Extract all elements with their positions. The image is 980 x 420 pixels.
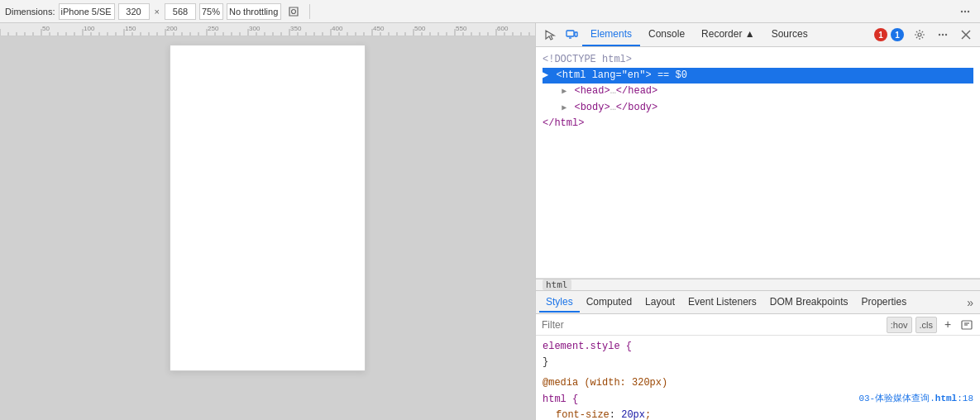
ruler-top — [0, 23, 535, 36]
capture-icon — [288, 6, 299, 17]
tab-styles[interactable]: Styles — [539, 293, 580, 313]
throttling-selector-wrapper[interactable]: No throttling — [227, 3, 281, 20]
more-icon — [959, 6, 971, 17]
cls-filter-button[interactable]: .cls — [915, 317, 938, 333]
more-options-button[interactable] — [955, 2, 975, 21]
tab-event-listeners[interactable]: Event Listeners — [681, 293, 763, 313]
html-eq: = — [615, 69, 621, 81]
html-attr-val: "en" — [622, 69, 646, 81]
body-open: <body> — [574, 102, 610, 113]
errors-badge: 1 — [874, 28, 887, 41]
breadcrumb-html[interactable]: html — [543, 279, 571, 290]
throttling-selector[interactable]: No throttling — [227, 3, 281, 20]
tab-computed[interactable]: Computed — [580, 293, 638, 313]
html-line[interactable]: ▶ <html lang="en"> == $0 — [543, 68, 973, 84]
at-rule-text: @media (width: 320px) — [543, 377, 667, 389]
head-open: <head> — [574, 85, 610, 97]
element-style-close: } — [543, 355, 973, 370]
styles-tabs-more-button[interactable]: » — [963, 296, 977, 309]
add-style-button[interactable]: + — [940, 317, 955, 332]
body-line[interactable]: ▶ <body>…</body> — [543, 100, 973, 116]
device-panel — [0, 23, 536, 420]
head-arrow[interactable]: ▶ — [562, 87, 566, 96]
tab-console[interactable]: Console — [640, 23, 693, 46]
svg-point-8 — [939, 34, 940, 36]
font-size-val[interactable]: 20px — [621, 409, 645, 420]
styles-content: element.style { } @media (width: 320px) … — [536, 336, 980, 420]
devtools-settings-button[interactable] — [909, 24, 930, 45]
css-source-link[interactable]: 03-体验媒体查询.html:18 — [858, 392, 973, 407]
close-devtools-button[interactable] — [955, 24, 977, 45]
source-file-link[interactable]: 03-体验媒体查询.html:18 — [858, 394, 973, 403]
html-selector-text: html { — [543, 394, 578, 405]
html-close-bracket: > — [645, 69, 651, 81]
svg-point-9 — [942, 34, 944, 36]
zoom-selector-wrapper[interactable]: 75% — [199, 3, 223, 20]
more-icon-2 — [937, 29, 949, 41]
ruler-canvas — [0, 23, 535, 36]
svg-point-3 — [968, 10, 969, 12]
svg-point-2 — [964, 10, 966, 12]
devtools-panel: Elements Console Recorder ▲ Sources 1 1 — [536, 23, 980, 420]
html-selector-line: html { 03-体验媒体查询.html:18 — [543, 392, 973, 408]
doctype-text: <!DOCTYPE html> — [543, 54, 632, 65]
filter-buttons: :hov .cls + — [887, 317, 975, 333]
tab-dom-breakpoints[interactable]: DOM Breakpoints — [763, 293, 855, 313]
doctype-line: <!DOCTYPE html> — [543, 52, 973, 68]
filter-bar: :hov .cls + — [536, 314, 980, 336]
breadcrumb-bar: html — [536, 279, 980, 291]
styles-tabs: Styles Computed Layout Event Listeners D… — [536, 291, 980, 314]
device-content — [0, 36, 535, 420]
font-size-prop: font-size: 20px; — [543, 409, 651, 420]
inspect-element-button[interactable] — [539, 24, 561, 45]
devtools-top-right: 1 1 — [874, 24, 977, 45]
filter-input[interactable] — [541, 317, 882, 333]
hov-filter-button[interactable]: :hov — [887, 317, 912, 333]
more-devtools-button[interactable] — [932, 24, 954, 45]
main-area: Elements Console Recorder ▲ Sources 1 1 — [0, 23, 980, 420]
close-icon — [961, 30, 971, 40]
element-style-close-brace: } — [543, 356, 548, 368]
device-selector-wrapper[interactable]: iPhone 5/SE — [59, 3, 115, 20]
height-input[interactable] — [165, 3, 196, 20]
tab-elements[interactable]: Elements — [582, 23, 640, 46]
body-arrow[interactable]: ▶ — [562, 103, 566, 112]
html-arrow[interactable]: ▶ — [543, 69, 548, 81]
html-open: < — [556, 69, 562, 81]
styles-panel: Styles Computed Layout Event Listeners D… — [536, 291, 980, 420]
tab-layout[interactable]: Layout — [638, 293, 681, 313]
device-frame — [170, 45, 366, 371]
font-size-property: font-size: 20px; — [543, 408, 973, 420]
toolbar-separator — [309, 4, 310, 19]
messages-badge: 1 — [891, 28, 904, 41]
dom-tree: <!DOCTYPE html> ▶ <html lang="en"> == $0… — [536, 47, 980, 279]
body-close: </body> — [616, 102, 657, 113]
head-line[interactable]: ▶ <head>…</head> — [543, 84, 973, 99]
zoom-selector[interactable]: 75% — [199, 3, 223, 20]
new-rule-icon — [961, 319, 973, 331]
element-style-selector: element.style { — [543, 339, 973, 355]
devtools-top-tabs: Elements Console Recorder ▲ Sources 1 1 — [536, 23, 980, 47]
tab-recorder[interactable]: Recorder ▲ — [693, 23, 763, 46]
device-selector[interactable]: iPhone 5/SE — [59, 3, 115, 20]
gear-icon — [914, 29, 925, 41]
tab-properties[interactable]: Properties — [855, 293, 914, 313]
tab-sources[interactable]: Sources — [763, 23, 816, 46]
width-input[interactable] — [118, 3, 150, 20]
toolbar: Dimensions: iPhone 5/SE × 75% No throttl… — [0, 0, 980, 23]
dimension-x-label: × — [153, 7, 161, 17]
svg-point-0 — [291, 9, 295, 13]
toolbar-right-actions — [955, 2, 975, 21]
svg-rect-5 — [575, 32, 577, 36]
html-attr: lang — [592, 69, 616, 81]
element-style-block: element.style { } — [543, 339, 973, 370]
at-rule-line: @media (width: 320px) — [543, 375, 973, 391]
colon-1: : — [610, 409, 615, 420]
svg-point-10 — [945, 34, 947, 36]
device-toolbar-button[interactable] — [561, 24, 582, 45]
capture-screenshot-button[interactable] — [284, 2, 303, 21]
new-style-rule-button[interactable] — [958, 317, 975, 333]
html-eq-sign: == $0 — [657, 69, 687, 81]
html-tag: html — [562, 69, 586, 81]
svg-point-7 — [918, 33, 921, 36]
